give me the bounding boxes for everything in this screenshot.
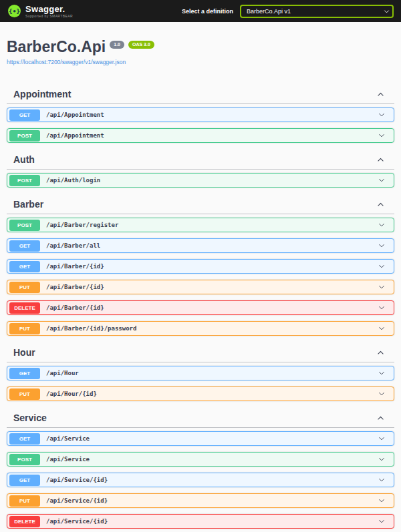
endpoint-path: /api/Auth/login — [46, 177, 100, 184]
endpoint-row[interactable]: PUT /api/Hour/{id} — [7, 386, 394, 401]
chevron-down-icon[interactable] — [378, 390, 386, 398]
chevron-down-icon[interactable] — [378, 435, 386, 443]
chevron-down-icon[interactable] — [378, 517, 386, 525]
endpoint-path: /api/Appointment — [46, 111, 104, 118]
chevron-up-icon[interactable] — [376, 200, 385, 209]
method-badge: POST — [9, 175, 40, 186]
api-section: Appointment GET /api/Appointment POST /a… — [7, 86, 394, 143]
chevron-down-icon[interactable] — [378, 262, 386, 270]
topbar: {∙} Swagger. Supported by SMARTBEAR Sele… — [0, 0, 401, 22]
method-badge: PUT — [9, 323, 40, 334]
endpoint-row[interactable]: GET /api/Barber/all — [7, 238, 394, 253]
endpoint-row[interactable]: PUT /api/Service/{id} — [7, 493, 394, 508]
endpoint-path: /api/Hour/{id} — [46, 390, 97, 397]
operations-list: POST /api/Barber/register GET /api/Barbe… — [7, 218, 394, 336]
endpoint-path: /api/Barber/{id}/password — [46, 325, 136, 332]
chevron-up-icon[interactable] — [376, 414, 385, 423]
section-title: Appointment — [13, 89, 71, 99]
spec-url-link[interactable]: https://localhost:7200/swagger/v1/swagge… — [7, 59, 126, 65]
endpoint-row[interactable]: GET /api/Appointment — [7, 107, 394, 122]
section-header-service[interactable]: Service — [7, 410, 394, 428]
api-section: Service GET /api/Service POST /api/Servi… — [7, 410, 394, 529]
chevron-down-icon[interactable] — [378, 221, 386, 229]
method-badge: POST — [9, 130, 40, 142]
chevron-down-icon[interactable] — [378, 304, 386, 312]
sections: Appointment GET /api/Appointment POST /a… — [7, 86, 394, 529]
endpoint-row[interactable]: GET /api/Barber/{id} — [7, 259, 394, 274]
endpoint-row[interactable]: GET /api/Hour — [7, 366, 394, 380]
chevron-up-icon[interactable] — [376, 348, 385, 357]
swagger-logo-text: Swagger. — [25, 5, 73, 13]
chevron-up-icon[interactable] — [376, 156, 385, 164]
svg-text:{∙}: {∙} — [9, 7, 20, 15]
endpoint-row[interactable]: POST /api/Auth/login — [7, 173, 394, 188]
endpoint-row[interactable]: GET /api/Service/{id} — [7, 473, 394, 487]
method-badge: GET — [9, 475, 40, 486]
endpoint-path: /api/Service — [46, 456, 90, 463]
endpoint-path: /api/Barber/register — [46, 222, 118, 228]
section-header-hour[interactable]: Hour — [7, 344, 394, 362]
method-badge: GET — [9, 433, 40, 445]
endpoint-path: /api/Appointment — [46, 132, 104, 139]
chevron-up-icon[interactable] — [376, 90, 385, 99]
info-section: BarberCo.Api 1.0 OAS 3.0 https://localho… — [7, 39, 394, 67]
method-badge: PUT — [9, 282, 40, 293]
chevron-down-icon[interactable] — [378, 497, 386, 505]
smartbear-tagline: Supported by SMARTBEAR — [25, 15, 73, 18]
section-header-appointment[interactable]: Appointment — [7, 86, 394, 104]
chevron-down-icon[interactable] — [378, 176, 386, 184]
chevron-down-icon[interactable] — [378, 455, 386, 463]
api-section: Barber POST /api/Barber/register GET /ap… — [7, 196, 394, 336]
endpoint-path: /api/Barber/{id} — [46, 284, 104, 290]
endpoint-path: /api/Barber/{id} — [46, 263, 104, 270]
method-badge: PUT — [9, 388, 40, 400]
oas-badge: OAS 3.0 — [128, 41, 154, 49]
endpoint-row[interactable]: GET /api/Service — [7, 431, 394, 446]
section-title: Hour — [13, 347, 35, 358]
method-badge: GET — [9, 368, 40, 379]
chevron-down-icon[interactable] — [378, 476, 386, 484]
operations-list: GET /api/Appointment POST /api/Appointme… — [7, 107, 394, 143]
endpoint-row[interactable]: DELETE /api/Service/{id} — [7, 514, 394, 529]
swagger-logo-icon: {∙} — [7, 4, 21, 18]
method-badge: GET — [9, 261, 40, 272]
operations-list: GET /api/Hour PUT /api/Hour/{id} — [7, 366, 394, 401]
operations-list: GET /api/Service POST /api/Service GET /… — [7, 431, 394, 529]
endpoint-row[interactable]: PUT /api/Barber/{id}/password — [7, 321, 394, 336]
chevron-down-icon[interactable] — [378, 242, 386, 250]
endpoint-row[interactable]: POST /api/Appointment — [7, 128, 394, 143]
section-header-auth[interactable]: Auth — [7, 152, 394, 170]
method-badge: PUT — [9, 495, 40, 507]
method-badge: GET — [9, 240, 40, 252]
api-section: Hour GET /api/Hour PUT /api/Hour/{id} — [7, 344, 394, 401]
method-badge: POST — [9, 454, 40, 465]
api-section: Auth POST /api/Auth/login — [7, 152, 394, 188]
method-badge: POST — [9, 220, 40, 231]
method-badge: DELETE — [9, 516, 40, 527]
endpoint-row[interactable]: DELETE /api/Barber/{id} — [7, 300, 394, 315]
endpoint-path: /api/Service/{id} — [46, 477, 108, 483]
endpoint-row[interactable]: POST /api/Service — [7, 452, 394, 467]
section-header-barber[interactable]: Barber — [7, 196, 394, 214]
operations-list: POST /api/Auth/login — [7, 173, 394, 188]
chevron-down-icon[interactable] — [378, 369, 386, 377]
chevron-down-icon[interactable] — [378, 111, 386, 119]
page-title: BarberCo.Api — [7, 39, 106, 55]
swagger-logo[interactable]: {∙} Swagger. Supported by SMARTBEAR — [7, 4, 73, 18]
endpoint-path: /api/Service/{id} — [46, 518, 108, 525]
select-definition-label: Select a definition — [182, 8, 233, 15]
endpoint-path: /api/Service — [46, 435, 90, 442]
section-title: Barber — [13, 199, 43, 210]
endpoint-row[interactable]: PUT /api/Barber/{id} — [7, 280, 394, 294]
definition-select[interactable]: BarberCo.Api v1 — [240, 5, 394, 18]
method-badge: DELETE — [9, 302, 40, 314]
endpoint-path: /api/Barber/all — [46, 242, 100, 249]
endpoint-row[interactable]: POST /api/Barber/register — [7, 218, 394, 232]
chevron-down-icon[interactable] — [378, 283, 386, 291]
chevron-down-icon[interactable] — [378, 131, 386, 140]
endpoint-path: /api/Service/{id} — [46, 497, 108, 504]
chevron-down-icon[interactable] — [378, 324, 386, 332]
method-badge: GET — [9, 109, 40, 121]
endpoint-path: /api/Barber/{id} — [46, 304, 104, 311]
version-badge: 1.0 — [110, 41, 124, 49]
